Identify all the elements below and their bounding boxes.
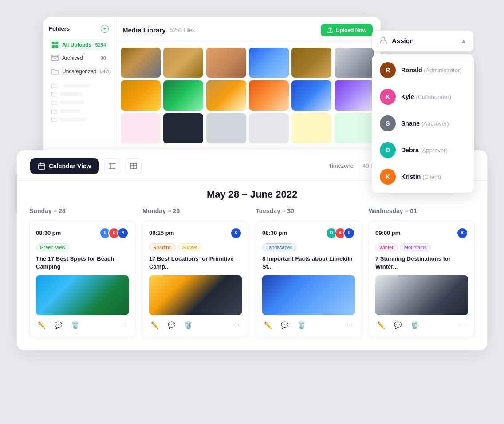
event-tags-monday: Roadtrip Sunset (149, 243, 242, 251)
media-thumb-13[interactable] (121, 113, 161, 143)
media-thumb-8[interactable] (163, 80, 203, 111)
media-title-area: Media Library 5254 Files (122, 26, 195, 34)
upload-now-button[interactable]: Upload Now (321, 24, 373, 36)
user-name-debra: Debra (401, 147, 421, 154)
event-avatar-m1: K (230, 227, 242, 239)
media-thumb-7[interactable] (121, 80, 161, 111)
assign-user-ronald[interactable]: R Ronald (Administrator) (372, 57, 474, 83)
comment-icon-sunday[interactable]: 💬 (53, 320, 63, 330)
person-icon (379, 36, 387, 46)
edit-icon-wednesday[interactable]: ✏️ (375, 320, 386, 330)
media-sidebar: Folders + All Uploads 5254 (43, 17, 114, 159)
assign-label: Assign (392, 37, 414, 44)
more-icon-monday[interactable]: ⋯ (231, 320, 242, 330)
user-name-kyle: Kyle (401, 93, 416, 100)
archive-icon (51, 55, 59, 62)
media-thumb-17[interactable] (291, 113, 331, 143)
more-icon-wednesday[interactable]: ⋯ (457, 320, 468, 330)
day-col-sunday: Sunday – 28 08:30 pm R K S Green View Th… (26, 207, 139, 337)
delete-icon-wednesday[interactable]: 🗑️ (409, 320, 420, 330)
media-thumb-4[interactable] (249, 48, 289, 78)
day-col-wednesday: Wednesday – 01 09:00 pm K Winter Mountai… (365, 207, 478, 337)
avatar-ronald: R (380, 62, 396, 78)
user-role-kristin: (Client) (422, 174, 441, 180)
assign-button[interactable]: Assign ▲ (372, 30, 474, 52)
event-image-sunday (36, 275, 129, 315)
delete-icon-sunday[interactable]: 🗑️ (70, 320, 80, 330)
folder-item-5[interactable] (49, 115, 109, 124)
user-role-shane: (Approver) (421, 120, 449, 127)
user-role-ronald: (Administrator) (424, 67, 461, 74)
media-thumb-11[interactable] (291, 80, 331, 111)
delete-icon-monday[interactable]: 🗑️ (183, 320, 193, 330)
calendar-columns: Sunday – 28 08:30 pm R K S Green View Th… (17, 207, 487, 337)
media-thumb-6[interactable] (335, 48, 374, 78)
event-card-monday: 08:15 pm K Roadtrip Sunset 17 Best Locat… (142, 221, 248, 337)
folder-small-icon (51, 83, 57, 88)
media-thumb-16[interactable] (249, 113, 289, 143)
sidebar-item-uncategorized[interactable]: Uncategorized 5475 (49, 66, 109, 77)
media-thumb-15[interactable] (206, 113, 246, 143)
assign-user-shane[interactable]: S Shane (Approver) (372, 110, 474, 137)
user-name-shane: Shane (401, 120, 421, 127)
more-icon-sunday[interactable]: ⋯ (118, 320, 129, 330)
media-thumb-12[interactable] (335, 80, 374, 111)
list-view-button[interactable] (104, 158, 120, 174)
assign-user-kyle[interactable]: K Kyle (Collaborator) (372, 83, 474, 110)
add-folder-button[interactable]: + (101, 25, 109, 33)
folder-item-4[interactable] (49, 107, 109, 115)
event-tags-sunday: Green View (36, 243, 129, 251)
event-time-sunday: 08:30 pm (36, 230, 61, 236)
grid-view-button[interactable] (126, 158, 142, 174)
event-avatars-tuesday: D K R (326, 227, 355, 239)
media-thumb-18[interactable] (335, 113, 374, 143)
event-image-monday (149, 275, 242, 315)
edit-icon-monday[interactable]: ✏️ (149, 320, 160, 330)
user-role-debra: (Approver) (421, 147, 448, 154)
event-actions-tuesday: ✏️ 💬 🗑️ ⋯ (262, 320, 355, 330)
user-icon (379, 36, 387, 44)
event-card-tuesday: 08:30 pm D K R Landscapes 8 Important Fa… (256, 221, 362, 337)
media-thumb-5[interactable] (291, 48, 331, 78)
day-header-sunday: Sunday – 28 (29, 207, 135, 214)
edit-icon-tuesday[interactable]: ✏️ (262, 320, 273, 330)
svg-rect-1 (55, 42, 58, 44)
media-thumb-10[interactable] (249, 80, 289, 111)
folder-small-icon-5 (51, 117, 57, 122)
media-thumb-3[interactable] (206, 48, 246, 78)
user-role-kyle: (Collaborator) (416, 94, 451, 100)
media-thumb-9[interactable] (206, 80, 246, 111)
event-avatar-t3: R (343, 227, 355, 239)
assign-user-kristin[interactable]: K Kristin (Client) (372, 163, 474, 190)
media-thumb-2[interactable] (163, 48, 203, 78)
event-tag-wednesday-2: Mountains (400, 243, 431, 251)
comment-icon-tuesday[interactable]: 💬 (279, 320, 290, 330)
event-tag-sunday-1: Green View (36, 243, 69, 251)
delete-icon-tuesday[interactable]: 🗑️ (296, 320, 307, 330)
folder-item-1[interactable] (49, 82, 109, 90)
day-header-wednesday: Wednesday – 01 (369, 207, 475, 214)
media-thumb-1[interactable] (121, 48, 161, 78)
calendar-view-button[interactable]: Calendar View (30, 158, 99, 174)
upload-icon (327, 27, 333, 33)
avatar-debra: D (380, 142, 396, 158)
event-time-tuesday: 08:30 pm (262, 230, 287, 236)
event-card-sunday: 08:30 pm R K S Green View The 17 Best Sp… (29, 221, 135, 337)
event-tags-tuesday: Landscapes (262, 243, 355, 251)
comment-icon-monday[interactable]: 💬 (166, 320, 177, 330)
media-thumb-14[interactable] (163, 113, 203, 143)
assign-user-debra[interactable]: D Debra (Approver) (372, 137, 474, 163)
folder-item-2[interactable] (49, 90, 109, 99)
sidebar-item-all-uploads[interactable]: All Uploads 5254 (49, 39, 109, 51)
event-actions-sunday: ✏️ 💬 🗑️ ⋯ (36, 320, 129, 330)
all-uploads-count: 5254 (95, 42, 106, 48)
edit-icon-sunday[interactable]: ✏️ (36, 320, 47, 330)
grid-view-icon (130, 163, 137, 169)
avatar-kyle: K (380, 89, 396, 105)
list-icon (109, 163, 116, 169)
sidebar-item-archived[interactable]: Archived 30 (49, 52, 109, 64)
more-icon-tuesday[interactable]: ⋯ (344, 320, 355, 330)
folder-item-3[interactable] (49, 99, 109, 107)
media-library-window: Folders + All Uploads 5254 (43, 17, 381, 159)
comment-icon-wednesday[interactable]: 💬 (392, 320, 403, 330)
